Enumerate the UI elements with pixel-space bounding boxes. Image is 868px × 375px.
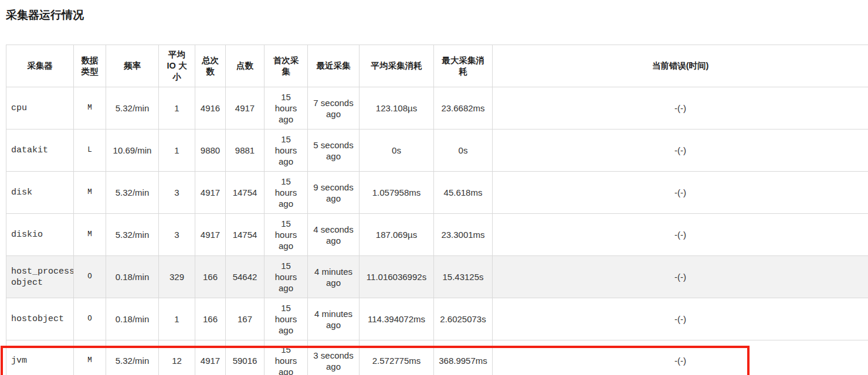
collector-status-table: 采集器 数据 类型 频率 平均 IO 大 小 总次 数 点数 首次采 集 最近采…: [6, 45, 868, 375]
cell-total: 4916: [195, 87, 226, 129]
cell-frequency: 0.18/min: [106, 256, 159, 298]
col-header-total: 总次 数: [195, 45, 226, 87]
cell-error: -(-): [493, 172, 868, 214]
cell-frequency: 5.32/min: [106, 172, 159, 214]
table-row-diskio: diskio M 5.32/min 3 4917 14754 15 hours …: [6, 214, 868, 256]
cell-recent-collect: 4 minutes ago: [308, 256, 360, 298]
cell-collector-name: host_processes- object: [6, 256, 74, 298]
cell-first-collect: 15 hours ago: [265, 129, 308, 172]
cell-first-collect: 15 hours ago: [265, 298, 308, 340]
cell-avg-cost: 114.394072ms: [360, 298, 434, 340]
table-header-row: 采集器 数据 类型 频率 平均 IO 大 小 总次 数 点数 首次采 集 最近采…: [6, 45, 868, 87]
cell-avg-io: 3: [159, 172, 195, 214]
cell-data-type: M: [74, 172, 106, 214]
cell-points: 4917: [226, 87, 265, 129]
cell-total: 166: [195, 256, 226, 298]
cell-points: 59016: [226, 340, 265, 375]
cell-avg-io: 329: [159, 256, 195, 298]
cell-data-type: L: [74, 129, 106, 172]
cell-data-type: O: [74, 298, 106, 340]
cell-total: 9880: [195, 129, 226, 172]
cell-first-collect: 15 hours ago: [265, 340, 308, 375]
cell-points: 9881: [226, 129, 265, 172]
cell-avg-io: 1: [159, 129, 195, 172]
col-header-first-collect: 首次采 集: [265, 45, 308, 87]
page-title: 采集器运行情况: [6, 8, 868, 22]
cell-error: -(-): [493, 256, 868, 298]
cell-max-cost: 0s: [434, 129, 493, 172]
col-header-frequency: 频率: [106, 45, 159, 87]
cell-error: -(-): [493, 214, 868, 256]
cell-avg-io: 1: [159, 87, 195, 129]
table-row-cpu: cpu M 5.32/min 1 4916 4917 15 hours ago …: [6, 87, 868, 129]
cell-max-cost: 23.6682ms: [434, 87, 493, 129]
cell-avg-cost: 2.572775ms: [360, 340, 434, 375]
col-header-collector: 采集器: [6, 45, 74, 87]
cell-data-type: M: [74, 340, 106, 375]
cell-max-cost: 15.43125s: [434, 256, 493, 298]
col-header-avg-io: 平均 IO 大 小: [159, 45, 195, 87]
table-row-disk: disk M 5.32/min 3 4917 14754 15 hours ag…: [6, 172, 868, 214]
cell-recent-collect: 4 seconds ago: [308, 214, 360, 256]
cell-frequency: 5.32/min: [106, 214, 159, 256]
cell-first-collect: 15 hours ago: [265, 172, 308, 214]
cell-error: -(-): [493, 298, 868, 340]
cell-total: 166: [195, 298, 226, 340]
cell-total: 4917: [195, 214, 226, 256]
col-header-avg-cost: 平均采集消耗: [360, 45, 434, 87]
collector-status-page: 采集器运行情况 采集器 数据 类型 频率 平均 IO 大 小 总次 数 点数 首…: [0, 8, 868, 375]
cell-recent-collect: 7 seconds ago: [308, 87, 360, 129]
cell-avg-cost: 0s: [360, 129, 434, 172]
cell-recent-collect: 5 seconds ago: [308, 129, 360, 172]
col-header-data-type: 数据 类型: [74, 45, 106, 87]
cell-recent-collect: 4 minutes ago: [308, 298, 360, 340]
cell-points: 14754: [226, 214, 265, 256]
cell-error: -(-): [493, 340, 868, 375]
table-row-host-processes-object: host_processes- object O 0.18/min 329 16…: [6, 256, 868, 298]
cell-error: -(-): [493, 87, 868, 129]
cell-collector-name: disk: [6, 172, 74, 214]
col-header-error: 当前错误(时间): [493, 45, 868, 87]
col-header-recent-collect: 最近采集: [308, 45, 360, 87]
cell-avg-cost: 11.016036992s: [360, 256, 434, 298]
cell-collector-name: hostobject: [6, 298, 74, 340]
cell-data-type: M: [74, 87, 106, 129]
table-row-hostobject: hostobject O 0.18/min 1 166 167 15 hours…: [6, 298, 868, 340]
cell-max-cost: 23.3001ms: [434, 214, 493, 256]
cell-avg-io: 12: [159, 340, 195, 375]
cell-frequency: 5.32/min: [106, 340, 159, 375]
cell-first-collect: 15 hours ago: [265, 87, 308, 129]
cell-collector-name: jvm: [6, 340, 74, 375]
cell-avg-io: 3: [159, 214, 195, 256]
cell-frequency: 5.32/min: [106, 87, 159, 129]
cell-max-cost: 368.9957ms: [434, 340, 493, 375]
cell-collector-name: diskio: [6, 214, 74, 256]
cell-recent-collect: 3 seconds ago: [308, 340, 360, 375]
cell-avg-cost: 1.057958ms: [360, 172, 434, 214]
cell-points: 167: [226, 298, 265, 340]
table-row-jvm: jvm M 5.32/min 12 4917 59016 15 hours ag…: [6, 340, 868, 375]
cell-max-cost: 45.618ms: [434, 172, 493, 214]
cell-collector-name: datakit: [6, 129, 74, 172]
cell-avg-cost: 187.069µs: [360, 214, 434, 256]
col-header-max-cost: 最大采集消 耗: [434, 45, 493, 87]
cell-data-type: O: [74, 256, 106, 298]
cell-error: -(-): [493, 129, 868, 172]
cell-total: 4917: [195, 340, 226, 375]
col-header-points: 点数: [226, 45, 265, 87]
cell-frequency: 0.18/min: [106, 298, 159, 340]
cell-points: 54642: [226, 256, 265, 298]
cell-avg-io: 1: [159, 298, 195, 340]
cell-first-collect: 15 hours ago: [265, 214, 308, 256]
cell-first-collect: 15 hours ago: [265, 256, 308, 298]
cell-recent-collect: 9 seconds ago: [308, 172, 360, 214]
table-row-datakit: datakit L 10.69/min 1 9880 9881 15 hours…: [6, 129, 868, 172]
cell-avg-cost: 123.108µs: [360, 87, 434, 129]
cell-total: 4917: [195, 172, 226, 214]
cell-frequency: 10.69/min: [106, 129, 159, 172]
cell-collector-name: cpu: [6, 87, 74, 129]
cell-max-cost: 2.6025073s: [434, 298, 493, 340]
cell-data-type: M: [74, 214, 106, 256]
cell-points: 14754: [226, 172, 265, 214]
